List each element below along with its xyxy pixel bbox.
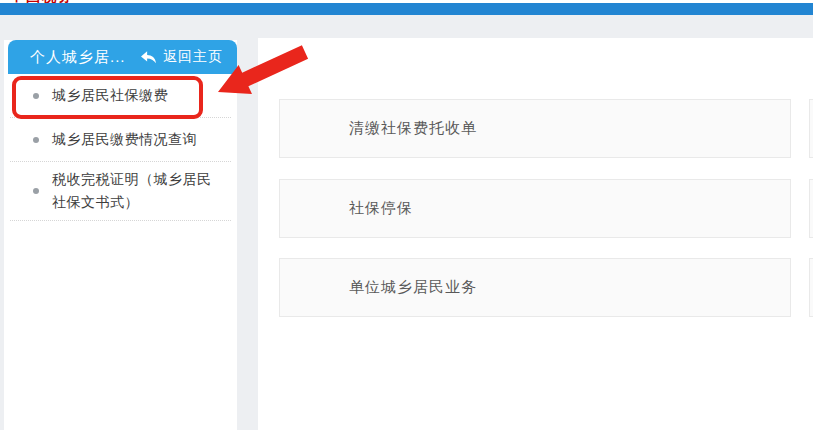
reply-arrow-icon: [140, 50, 157, 65]
sidebar-header: 个人城乡居... 返回主页: [8, 40, 237, 74]
sidebar-menu: 城乡居民社保缴费 城乡居民缴费情况查询 税收完税证明（城乡居民社保文书式）: [4, 74, 237, 221]
clipped-card-column[interactable]: [809, 258, 813, 317]
menu-card-settle-tolling-slip[interactable]: 清缴社保费托收单: [279, 99, 791, 158]
return-home-label: 返回主页: [163, 48, 223, 66]
menu-card-social-insurance-stop[interactable]: 社保停保: [279, 179, 791, 238]
bullet-icon: [33, 137, 39, 143]
sidebar-item-tax-payment-certificate[interactable]: 税收完税证明（城乡居民社保文书式）: [10, 162, 231, 221]
sidebar-item-label: 城乡居民缴费情况查询: [52, 128, 197, 151]
sidebar-item-payment-status-query[interactable]: 城乡居民缴费情况查询: [10, 118, 231, 162]
top-white-strip: 中国税务: [0, 0, 813, 3]
sidebar: 个人城乡居... 返回主页 城乡居民社保缴费 城乡居民缴费情况查询 税收完税证明…: [4, 40, 237, 430]
bullet-icon: [33, 93, 39, 99]
clipped-card-column[interactable]: [809, 99, 813, 158]
menu-card-unit-urban-rural-business[interactable]: 单位城乡居民业务: [279, 258, 791, 317]
sidebar-item-label: 城乡居民社保缴费: [52, 84, 168, 107]
bullet-icon: [33, 188, 39, 194]
top-blue-bar: [0, 3, 813, 15]
sidebar-title: 个人城乡居...: [8, 48, 126, 67]
card-label: 清缴社保费托收单: [280, 119, 477, 138]
clipped-card-column[interactable]: [809, 179, 813, 238]
return-home-button[interactable]: 返回主页: [140, 48, 237, 66]
sidebar-item-label: 税收完税证明（城乡居民社保文书式）: [52, 168, 221, 214]
card-label: 单位城乡居民业务: [280, 278, 477, 297]
card-label: 社保停保: [280, 199, 413, 218]
sidebar-item-resident-social-insurance-payment[interactable]: 城乡居民社保缴费: [10, 74, 231, 118]
main-content-panel: 清缴社保费托收单 社保停保 单位城乡居民业务: [258, 38, 813, 430]
clipped-logo-text: 中国税务: [10, 0, 80, 3]
